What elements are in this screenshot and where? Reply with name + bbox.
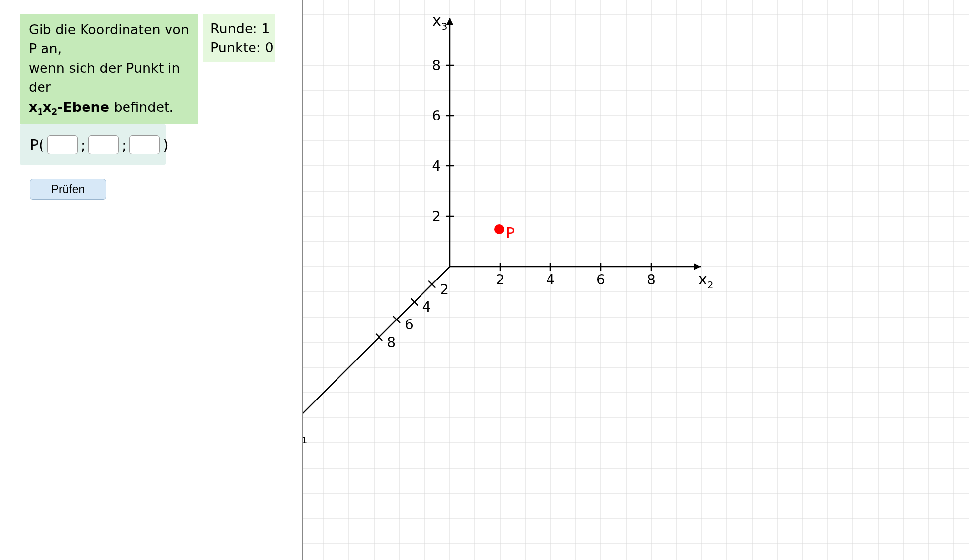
graph-3d-view[interactable]: 246824682468x2x3x1 P <box>302 0 969 560</box>
prompt-rest: befindet. <box>114 99 173 115</box>
points-row: Punkte: 0 <box>211 38 267 57</box>
axis-label-x2: x2 <box>698 271 714 291</box>
prompt-plane: x1x2-Ebene <box>29 99 114 115</box>
point-p <box>494 224 504 234</box>
x1-tick-4: 4 <box>422 299 431 315</box>
point-suffix: ) <box>163 136 169 154</box>
x3-tick-8: 8 <box>432 57 441 74</box>
axis-label-x1: x1 <box>303 426 307 446</box>
svg-line-52 <box>303 267 450 431</box>
x3-tick-4: 4 <box>432 158 441 174</box>
x3-tick-2: 2 <box>432 208 441 225</box>
prompt-line2: wenn sich der Punkt in der <box>29 60 180 95</box>
coord-sep1: ; <box>81 136 85 154</box>
x2-tick-8: 8 <box>647 272 656 288</box>
coord-x1-input[interactable] <box>47 135 78 154</box>
point-prefix: P( <box>30 136 44 154</box>
x1-tick-2: 2 <box>440 281 449 298</box>
coord-x3-input[interactable] <box>129 135 160 154</box>
round-row: Runde: 1 <box>211 19 267 38</box>
coordinate-input-box: P( ; ; ) <box>20 124 166 165</box>
check-button[interactable]: Prüfen <box>30 179 106 200</box>
coord-x2-input[interactable] <box>88 135 119 154</box>
x1-tick-8: 8 <box>387 334 396 351</box>
prompt-line1: Gib die Koordinaten von P an, <box>29 22 189 56</box>
x2-tick-4: 4 <box>546 272 555 288</box>
x1-tick-6: 6 <box>405 317 414 333</box>
point-p-label: P <box>506 224 515 241</box>
score-box: Runde: 1 Punkte: 0 <box>203 14 275 62</box>
x3-tick-6: 6 <box>432 108 441 124</box>
question-prompt: Gib die Koordinaten von P an, wenn sich … <box>20 14 198 124</box>
x2-tick-2: 2 <box>496 272 505 288</box>
coord-sep2: ; <box>122 136 126 154</box>
x2-tick-6: 6 <box>596 272 605 288</box>
